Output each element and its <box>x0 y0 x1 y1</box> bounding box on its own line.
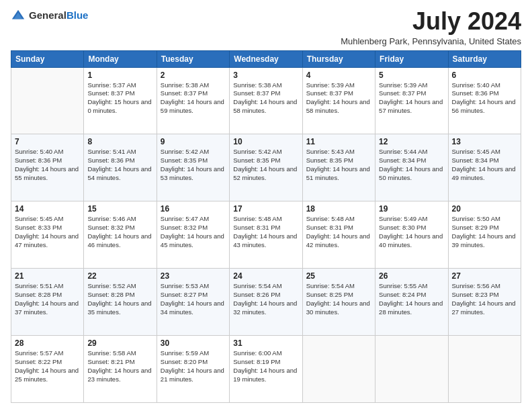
day-number: 31 <box>233 338 298 348</box>
calendar-cell: 27Sunrise: 5:56 AMSunset: 8:23 PMDayligh… <box>448 269 521 336</box>
day-number: 20 <box>452 204 517 214</box>
day-number: 12 <box>379 137 444 146</box>
calendar-cell: 1Sunrise: 5:37 AMSunset: 8:37 PMDaylight… <box>84 67 157 134</box>
week-row-4: 28Sunrise: 5:57 AMSunset: 8:22 PMDayligh… <box>11 336 521 403</box>
col-wednesday: Wednesday <box>230 50 302 67</box>
calendar-cell: 10Sunrise: 5:42 AMSunset: 8:35 PMDayligh… <box>230 134 302 201</box>
day-number: 9 <box>161 137 226 146</box>
col-saturday: Saturday <box>448 50 521 67</box>
title-location: Muhlenberg Park, Pennsylvania, United St… <box>341 36 521 46</box>
day-number: 1 <box>87 71 152 80</box>
day-detail: Sunrise: 5:45 AMSunset: 8:33 PMDaylight:… <box>15 215 80 249</box>
calendar-cell: 13Sunrise: 5:45 AMSunset: 8:34 PMDayligh… <box>448 134 521 201</box>
calendar-cell: 18Sunrise: 5:48 AMSunset: 8:31 PMDayligh… <box>302 201 375 269</box>
day-detail: Sunrise: 5:42 AMSunset: 8:35 PMDaylight:… <box>233 148 298 182</box>
calendar-cell: 19Sunrise: 5:49 AMSunset: 8:30 PMDayligh… <box>375 201 448 269</box>
calendar-cell: 5Sunrise: 5:39 AMSunset: 8:37 PMDaylight… <box>375 67 448 134</box>
calendar-cell: 30Sunrise: 5:59 AMSunset: 8:20 PMDayligh… <box>157 336 229 403</box>
day-detail: Sunrise: 5:51 AMSunset: 8:28 PMDaylight:… <box>15 282 80 316</box>
day-number: 23 <box>161 271 226 281</box>
day-number: 14 <box>15 204 80 214</box>
calendar-cell: 6Sunrise: 5:40 AMSunset: 8:36 PMDaylight… <box>448 67 521 134</box>
week-row-3: 21Sunrise: 5:51 AMSunset: 8:28 PMDayligh… <box>11 269 521 336</box>
day-number: 22 <box>87 271 152 281</box>
day-detail: Sunrise: 5:58 AMSunset: 8:21 PMDaylight:… <box>87 349 152 383</box>
day-detail: Sunrise: 5:55 AMSunset: 8:24 PMDaylight:… <box>379 282 444 316</box>
day-detail: Sunrise: 5:40 AMSunset: 8:36 PMDaylight:… <box>15 148 80 182</box>
col-tuesday: Tuesday <box>157 50 229 67</box>
day-detail: Sunrise: 5:46 AMSunset: 8:32 PMDaylight:… <box>87 215 152 249</box>
day-number: 15 <box>87 204 152 214</box>
logo-general: GeneralBlue <box>29 9 88 21</box>
calendar-cell: 4Sunrise: 5:39 AMSunset: 8:37 PMDaylight… <box>302 67 375 134</box>
header: GeneralBlue July 2024 Muhlenberg Park, P… <box>11 8 521 46</box>
day-number: 19 <box>379 204 444 214</box>
calendar-table: Sunday Monday Tuesday Wednesday Thursday… <box>11 50 521 403</box>
day-number: 29 <box>87 338 152 348</box>
calendar-cell <box>302 336 375 403</box>
day-number: 25 <box>306 271 371 281</box>
calendar-cell: 9Sunrise: 5:42 AMSunset: 8:35 PMDaylight… <box>157 134 229 201</box>
title-block: July 2024 Muhlenberg Park, Pennsylvania,… <box>341 8 521 46</box>
day-detail: Sunrise: 5:45 AMSunset: 8:34 PMDaylight:… <box>452 148 517 182</box>
logo-icon <box>11 8 26 23</box>
day-number: 24 <box>233 271 298 281</box>
day-number: 5 <box>379 71 444 80</box>
day-detail: Sunrise: 5:49 AMSunset: 8:30 PMDaylight:… <box>379 215 444 249</box>
calendar-cell: 7Sunrise: 5:40 AMSunset: 8:36 PMDaylight… <box>11 134 84 201</box>
calendar-cell: 11Sunrise: 5:43 AMSunset: 8:35 PMDayligh… <box>302 134 375 201</box>
calendar-cell: 16Sunrise: 5:47 AMSunset: 8:32 PMDayligh… <box>157 201 229 269</box>
calendar-cell <box>11 67 84 134</box>
calendar-cell: 28Sunrise: 5:57 AMSunset: 8:22 PMDayligh… <box>11 336 84 403</box>
day-detail: Sunrise: 5:42 AMSunset: 8:35 PMDaylight:… <box>161 148 226 182</box>
calendar-cell: 20Sunrise: 5:50 AMSunset: 8:29 PMDayligh… <box>448 201 521 269</box>
day-number: 10 <box>233 137 298 146</box>
calendar-cell: 31Sunrise: 6:00 AMSunset: 8:19 PMDayligh… <box>230 336 302 403</box>
day-detail: Sunrise: 5:50 AMSunset: 8:29 PMDaylight:… <box>452 215 517 249</box>
day-number: 16 <box>161 204 226 214</box>
calendar-cell: 2Sunrise: 5:38 AMSunset: 8:37 PMDaylight… <box>157 67 229 134</box>
calendar-cell <box>448 336 521 403</box>
calendar-cell: 22Sunrise: 5:52 AMSunset: 8:28 PMDayligh… <box>84 269 157 336</box>
day-number: 17 <box>233 204 298 214</box>
day-number: 13 <box>452 137 517 146</box>
day-detail: Sunrise: 5:59 AMSunset: 8:20 PMDaylight:… <box>161 349 226 383</box>
day-detail: Sunrise: 5:39 AMSunset: 8:37 PMDaylight:… <box>306 81 371 116</box>
header-row: Sunday Monday Tuesday Wednesday Thursday… <box>11 50 521 67</box>
day-number: 7 <box>15 137 80 146</box>
calendar-cell: 24Sunrise: 5:54 AMSunset: 8:26 PMDayligh… <box>230 269 302 336</box>
day-detail: Sunrise: 5:47 AMSunset: 8:32 PMDaylight:… <box>161 215 226 249</box>
day-detail: Sunrise: 5:56 AMSunset: 8:23 PMDaylight:… <box>452 282 517 316</box>
calendar-cell: 15Sunrise: 5:46 AMSunset: 8:32 PMDayligh… <box>84 201 157 269</box>
calendar-cell: 25Sunrise: 5:54 AMSunset: 8:25 PMDayligh… <box>302 269 375 336</box>
day-detail: Sunrise: 5:38 AMSunset: 8:37 PMDaylight:… <box>161 81 226 116</box>
title-month: July 2024 <box>341 8 521 35</box>
week-row-2: 14Sunrise: 5:45 AMSunset: 8:33 PMDayligh… <box>11 201 521 269</box>
day-number: 3 <box>233 71 298 80</box>
col-sunday: Sunday <box>11 50 84 67</box>
calendar-cell: 21Sunrise: 5:51 AMSunset: 8:28 PMDayligh… <box>11 269 84 336</box>
day-number: 2 <box>161 71 226 80</box>
day-number: 28 <box>15 338 80 348</box>
logo-text-block: GeneralBlue <box>29 9 88 21</box>
week-row-0: 1Sunrise: 5:37 AMSunset: 8:37 PMDaylight… <box>11 67 521 134</box>
calendar-cell: 23Sunrise: 5:53 AMSunset: 8:27 PMDayligh… <box>157 269 229 336</box>
day-number: 4 <box>306 71 371 80</box>
day-detail: Sunrise: 5:41 AMSunset: 8:36 PMDaylight:… <box>87 148 152 182</box>
day-detail: Sunrise: 5:52 AMSunset: 8:28 PMDaylight:… <box>87 282 152 316</box>
day-number: 26 <box>379 271 444 281</box>
day-detail: Sunrise: 5:57 AMSunset: 8:22 PMDaylight:… <box>15 349 80 383</box>
day-number: 30 <box>161 338 226 348</box>
day-number: 27 <box>452 271 517 281</box>
day-detail: Sunrise: 5:38 AMSunset: 8:37 PMDaylight:… <box>233 81 298 116</box>
day-number: 18 <box>306 204 371 214</box>
day-detail: Sunrise: 5:54 AMSunset: 8:26 PMDaylight:… <box>233 282 298 316</box>
day-number: 6 <box>452 71 517 80</box>
day-detail: Sunrise: 5:54 AMSunset: 8:25 PMDaylight:… <box>306 282 371 316</box>
col-friday: Friday <box>375 50 448 67</box>
calendar-cell: 29Sunrise: 5:58 AMSunset: 8:21 PMDayligh… <box>84 336 157 403</box>
page: GeneralBlue July 2024 Muhlenberg Park, P… <box>0 0 532 411</box>
day-detail: Sunrise: 5:43 AMSunset: 8:35 PMDaylight:… <box>306 148 371 182</box>
week-row-1: 7Sunrise: 5:40 AMSunset: 8:36 PMDaylight… <box>11 134 521 201</box>
calendar-cell: 26Sunrise: 5:55 AMSunset: 8:24 PMDayligh… <box>375 269 448 336</box>
